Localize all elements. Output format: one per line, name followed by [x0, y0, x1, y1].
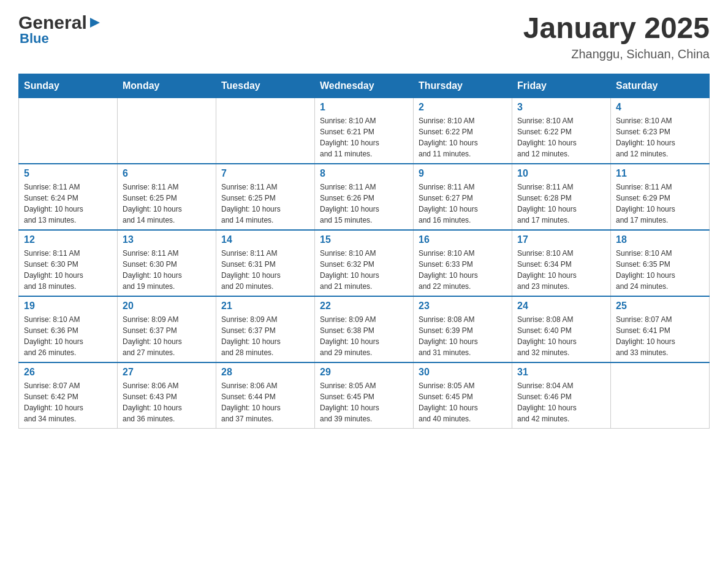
day-info: Sunrise: 8:11 AM Sunset: 6:28 PM Dayligh… — [517, 182, 605, 226]
calendar-day-header: Tuesday — [216, 74, 315, 98]
day-number: 26 — [24, 367, 112, 378]
day-info: Sunrise: 8:08 AM Sunset: 6:39 PM Dayligh… — [419, 314, 507, 358]
calendar-cell: 13Sunrise: 8:11 AM Sunset: 6:30 PM Dayli… — [118, 230, 216, 296]
day-info: Sunrise: 8:09 AM Sunset: 6:38 PM Dayligh… — [320, 314, 408, 358]
day-info: Sunrise: 8:11 AM Sunset: 6:26 PM Dayligh… — [320, 182, 408, 226]
day-number: 10 — [517, 168, 605, 179]
calendar-cell: 18Sunrise: 8:10 AM Sunset: 6:35 PM Dayli… — [611, 230, 710, 296]
day-number: 28 — [221, 367, 309, 378]
day-info: Sunrise: 8:09 AM Sunset: 6:37 PM Dayligh… — [221, 314, 309, 358]
calendar-cell: 19Sunrise: 8:10 AM Sunset: 6:36 PM Dayli… — [19, 296, 118, 362]
calendar-week-row: 1Sunrise: 8:10 AM Sunset: 6:21 PM Daylig… — [19, 98, 710, 164]
calendar-week-row: 12Sunrise: 8:11 AM Sunset: 6:30 PM Dayli… — [19, 230, 710, 296]
calendar-cell: 12Sunrise: 8:11 AM Sunset: 6:30 PM Dayli… — [19, 230, 118, 296]
calendar-cell: 10Sunrise: 8:11 AM Sunset: 6:28 PM Dayli… — [512, 164, 611, 230]
calendar-cell: 25Sunrise: 8:07 AM Sunset: 6:41 PM Dayli… — [611, 296, 710, 362]
calendar-cell: 11Sunrise: 8:11 AM Sunset: 6:29 PM Dayli… — [611, 164, 710, 230]
day-info: Sunrise: 8:10 AM Sunset: 6:32 PM Dayligh… — [320, 248, 408, 292]
calendar-day-header: Friday — [512, 74, 611, 98]
calendar-week-row: 26Sunrise: 8:07 AM Sunset: 6:42 PM Dayli… — [19, 362, 710, 429]
day-info: Sunrise: 8:08 AM Sunset: 6:40 PM Dayligh… — [517, 314, 605, 358]
calendar-cell: 15Sunrise: 8:10 AM Sunset: 6:32 PM Dayli… — [315, 230, 414, 296]
day-number: 4 — [616, 102, 704, 113]
calendar-day-header: Monday — [118, 74, 216, 98]
day-number: 6 — [123, 168, 211, 179]
day-info: Sunrise: 8:11 AM Sunset: 6:30 PM Dayligh… — [24, 248, 112, 292]
day-info: Sunrise: 8:11 AM Sunset: 6:24 PM Dayligh… — [24, 182, 112, 226]
calendar-cell: 30Sunrise: 8:05 AM Sunset: 6:45 PM Dayli… — [414, 362, 512, 429]
day-number: 13 — [123, 234, 211, 245]
day-number: 30 — [419, 367, 507, 378]
calendar-day-header: Sunday — [19, 74, 118, 98]
day-info: Sunrise: 8:10 AM Sunset: 6:22 PM Dayligh… — [419, 115, 507, 159]
calendar-cell: 17Sunrise: 8:10 AM Sunset: 6:34 PM Dayli… — [512, 230, 611, 296]
day-number: 5 — [24, 168, 112, 179]
calendar-header-row: SundayMondayTuesdayWednesdayThursdayFrid… — [19, 74, 710, 98]
day-number: 14 — [221, 234, 309, 245]
day-info: Sunrise: 8:10 AM Sunset: 6:35 PM Dayligh… — [616, 248, 704, 292]
day-info: Sunrise: 8:11 AM Sunset: 6:30 PM Dayligh… — [123, 248, 211, 292]
calendar-cell: 20Sunrise: 8:09 AM Sunset: 6:37 PM Dayli… — [118, 296, 216, 362]
calendar-cell: 21Sunrise: 8:09 AM Sunset: 6:37 PM Dayli… — [216, 296, 315, 362]
calendar-cell: 31Sunrise: 8:04 AM Sunset: 6:46 PM Dayli… — [512, 362, 611, 429]
day-info: Sunrise: 8:11 AM Sunset: 6:25 PM Dayligh… — [123, 182, 211, 226]
day-info: Sunrise: 8:05 AM Sunset: 6:45 PM Dayligh… — [419, 380, 507, 424]
calendar-cell — [611, 362, 710, 429]
day-number: 17 — [517, 234, 605, 245]
day-number: 27 — [123, 367, 211, 378]
calendar-cell: 29Sunrise: 8:05 AM Sunset: 6:45 PM Dayli… — [315, 362, 414, 429]
calendar-cell: 9Sunrise: 8:11 AM Sunset: 6:27 PM Daylig… — [414, 164, 512, 230]
location-subtitle: Zhanggu, Sichuan, China — [523, 47, 710, 61]
calendar-cell — [118, 98, 216, 164]
calendar-day-header: Wednesday — [315, 74, 414, 98]
calendar-cell — [19, 98, 118, 164]
calendar-cell: 8Sunrise: 8:11 AM Sunset: 6:26 PM Daylig… — [315, 164, 414, 230]
day-number: 11 — [616, 168, 704, 179]
calendar-cell: 14Sunrise: 8:11 AM Sunset: 6:31 PM Dayli… — [216, 230, 315, 296]
day-info: Sunrise: 8:10 AM Sunset: 6:22 PM Dayligh… — [517, 115, 605, 159]
calendar-cell: 4Sunrise: 8:10 AM Sunset: 6:23 PM Daylig… — [611, 98, 710, 164]
calendar-cell: 2Sunrise: 8:10 AM Sunset: 6:22 PM Daylig… — [414, 98, 512, 164]
calendar-cell: 27Sunrise: 8:06 AM Sunset: 6:43 PM Dayli… — [118, 362, 216, 429]
day-number: 31 — [517, 367, 605, 378]
page-header: General Blue January 2025 Zhanggu, Sichu… — [18, 12, 710, 61]
day-info: Sunrise: 8:10 AM Sunset: 6:34 PM Dayligh… — [517, 248, 605, 292]
calendar-cell: 5Sunrise: 8:11 AM Sunset: 6:24 PM Daylig… — [19, 164, 118, 230]
month-year-title: January 2025 — [523, 12, 710, 45]
day-number: 19 — [24, 301, 112, 312]
calendar-table: SundayMondayTuesdayWednesdayThursdayFrid… — [18, 74, 710, 429]
day-info: Sunrise: 8:11 AM Sunset: 6:29 PM Dayligh… — [616, 182, 704, 226]
calendar-cell: 3Sunrise: 8:10 AM Sunset: 6:22 PM Daylig… — [512, 98, 611, 164]
day-info: Sunrise: 8:09 AM Sunset: 6:37 PM Dayligh… — [123, 314, 211, 358]
day-number: 15 — [320, 234, 408, 245]
calendar-day-header: Thursday — [414, 74, 512, 98]
day-number: 3 — [517, 102, 605, 113]
day-number: 20 — [123, 301, 211, 312]
day-info: Sunrise: 8:04 AM Sunset: 6:46 PM Dayligh… — [517, 380, 605, 424]
day-info: Sunrise: 8:06 AM Sunset: 6:43 PM Dayligh… — [123, 380, 211, 424]
day-number: 7 — [221, 168, 309, 179]
day-number: 29 — [320, 367, 408, 378]
logo-arrow-icon — [88, 16, 102, 29]
day-info: Sunrise: 8:10 AM Sunset: 6:21 PM Dayligh… — [320, 115, 408, 159]
logo-blue-text: Blue — [20, 31, 49, 47]
calendar-day-header: Saturday — [611, 74, 710, 98]
day-info: Sunrise: 8:11 AM Sunset: 6:27 PM Dayligh… — [419, 182, 507, 226]
calendar-cell: 16Sunrise: 8:10 AM Sunset: 6:33 PM Dayli… — [414, 230, 512, 296]
day-info: Sunrise: 8:05 AM Sunset: 6:45 PM Dayligh… — [320, 380, 408, 424]
day-info: Sunrise: 8:11 AM Sunset: 6:25 PM Dayligh… — [221, 182, 309, 226]
day-number: 8 — [320, 168, 408, 179]
logo: General Blue — [18, 12, 102, 47]
day-number: 21 — [221, 301, 309, 312]
title-area: January 2025 Zhanggu, Sichuan, China — [523, 12, 710, 61]
day-number: 2 — [419, 102, 507, 113]
day-number: 23 — [419, 301, 507, 312]
calendar-cell: 26Sunrise: 8:07 AM Sunset: 6:42 PM Dayli… — [19, 362, 118, 429]
day-number: 24 — [517, 301, 605, 312]
day-number: 18 — [616, 234, 704, 245]
day-info: Sunrise: 8:10 AM Sunset: 6:23 PM Dayligh… — [616, 115, 704, 159]
calendar-cell — [216, 98, 315, 164]
calendar-cell: 22Sunrise: 8:09 AM Sunset: 6:38 PM Dayli… — [315, 296, 414, 362]
calendar-cell: 24Sunrise: 8:08 AM Sunset: 6:40 PM Dayli… — [512, 296, 611, 362]
day-info: Sunrise: 8:06 AM Sunset: 6:44 PM Dayligh… — [221, 380, 309, 424]
